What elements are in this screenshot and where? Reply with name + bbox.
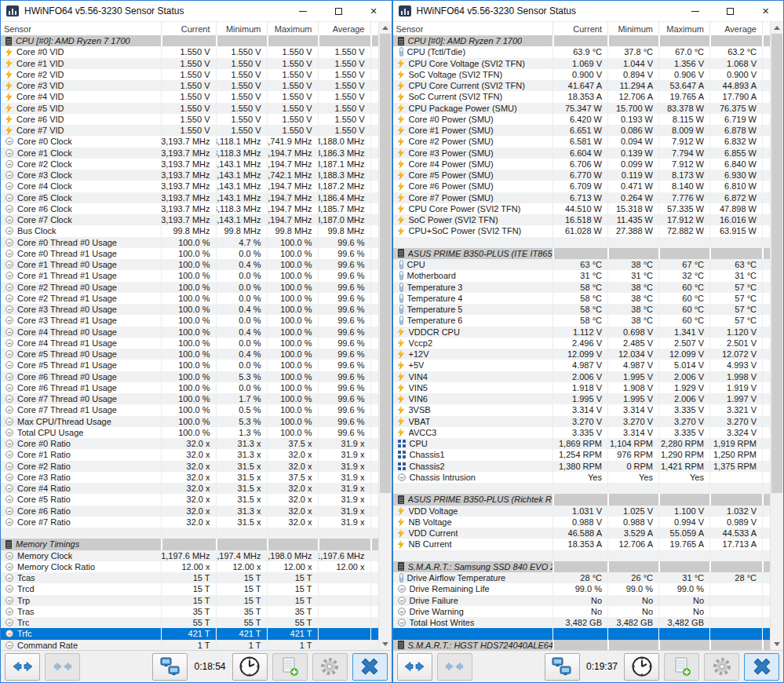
- sensor-row[interactable]: Core #3 Thread #1 Usage100.0 %0.0 %100.0…: [1, 315, 392, 326]
- sensor-row[interactable]: VIN42.006 V1.995 V2.006 V1.998 V: [393, 371, 784, 382]
- sensor-row[interactable]: Core #2 Power (SMU)6.581 W0.094 W7.912 W…: [393, 136, 784, 147]
- sensor-row[interactable]: SoC Power (SVI2 TFN)16.518 W11.435 W17.9…: [393, 214, 784, 225]
- sensor-table[interactable]: CPU [#0]: AMD Ryzen 7 1700CPU (Tctl/Tdie…: [393, 35, 784, 650]
- sensor-row[interactable]: Core #1 Thread #1 Usage100.0 %0.0 %100.0…: [1, 270, 392, 281]
- sensor-row[interactable]: +5V4.987 V4.987 V5.014 V4.993 V: [393, 360, 784, 371]
- sensor-row[interactable]: CPU Core Voltage (SVI2 TFN)1.069 V1.044 …: [393, 58, 784, 69]
- sensor-row[interactable]: Tcas15 T15 T15 T: [1, 572, 392, 583]
- minimize-button[interactable]: [677, 1, 713, 21]
- sensor-row[interactable]: Chassis IntrusionYesYesYes: [393, 472, 784, 483]
- collapse-window-button[interactable]: [45, 653, 80, 681]
- empty-row[interactable]: [393, 550, 784, 561]
- sensor-row[interactable]: Total Host Writes3,482 GB3,482 GB3,482 G…: [393, 617, 784, 628]
- sensor-row[interactable]: Core #4 Thread #0 Usage100.0 %0.4 %100.0…: [1, 327, 392, 338]
- sensor-row[interactable]: Core #6 Ratio32.0 x31.3 x32.0 x31.9 x: [1, 506, 392, 517]
- sensor-row[interactable]: Drive WarningNoNoNo: [393, 606, 784, 617]
- sensor-row[interactable]: CPU Core Power (SVI2 TFN)44.510 W15.318 …: [393, 203, 784, 214]
- close-sensors-button[interactable]: [352, 653, 388, 681]
- close-button[interactable]: ✕: [748, 1, 783, 21]
- sensor-row[interactable]: Core #4 Power (SMU)6.706 W0.099 W7.912 W…: [393, 159, 784, 170]
- sensor-row[interactable]: Core #6 Power (SMU)6.709 W0.471 W8.140 W…: [393, 181, 784, 192]
- empty-row[interactable]: [1, 528, 392, 539]
- sensor-row[interactable]: Core #1 Power (SMU)6.651 W0.086 W8.009 W…: [393, 125, 784, 136]
- sensor-row[interactable]: VIN51.918 V1.908 V1.929 V1.919 V: [393, 382, 784, 393]
- logging-report-button[interactable]: [272, 653, 308, 681]
- sensor-row[interactable]: NB Current18.353 A12.706 A19.765 A17.713…: [393, 539, 784, 550]
- sensor-row[interactable]: Drive Airflow Temperature28 °C26 °C31 °C…: [393, 572, 784, 583]
- titlebar[interactable]: HWiNFO64 v5.56-3230 Sensor Status ✕: [393, 1, 784, 22]
- sensor-row[interactable]: Core #3 Ratio32.0 x31.5 x37.5 x31.9 x: [1, 472, 392, 483]
- vertical-scrollbar[interactable]: [378, 22, 392, 650]
- sensor-row[interactable]: Core #5 Clock3,193.7 MHz3,143.1 MHz3,194…: [1, 192, 392, 203]
- sensor-row[interactable]: Chassis21,380 RPM0 RPM1,421 RPM1,375 RPM: [393, 461, 784, 472]
- sensor-row[interactable]: Core #0 Ratio32.0 x31.3 x37.5 x31.9 x: [1, 438, 392, 449]
- remote-monitoring-button[interactable]: [545, 653, 580, 681]
- sensor-row[interactable]: Core #5 Power (SMU)6.770 W0.119 W8.173 W…: [393, 170, 784, 181]
- clock-button[interactable]: [232, 653, 268, 681]
- minimize-button[interactable]: [286, 1, 321, 21]
- sensor-row[interactable]: Bus Clock99.8 MHz99.8 MHz99.8 MHz99.8 MH…: [1, 225, 392, 236]
- sensor-row[interactable]: Core #2 Thread #1 Usage100.0 %0.0 %100.0…: [1, 293, 392, 304]
- sensor-row[interactable]: Drive FailureNoNoNo: [393, 595, 784, 606]
- sensor-row[interactable]: +12V12.099 V12.034 V12.099 V12.072 V: [393, 349, 784, 360]
- sensor-row[interactable]: Core #4 VID1.550 V1.550 V1.550 V1.550 V: [1, 91, 392, 102]
- sensor-row[interactable]: Core #1 Thread #0 Usage100.0 %0.4 %100.0…: [1, 259, 392, 270]
- sensor-row[interactable]: VDD Current46.588 A3.529 A55.059 A44.533…: [393, 528, 784, 539]
- sensor-row[interactable]: Total CPU Usage100.0 %1.3 %100.0 %99.6 %: [1, 427, 392, 438]
- sensor-row[interactable]: Tras35 T35 T35 T: [1, 606, 392, 617]
- remote-monitoring-button[interactable]: [152, 653, 188, 681]
- sensor-row[interactable]: Trp15 T15 T15 T: [1, 595, 392, 606]
- sensor-row[interactable]: Core #0 Thread #0 Usage100.0 %4.7 %100.0…: [1, 237, 392, 248]
- sensor-row[interactable]: CPU (Tctl/Tdie)63.9 °C37.8 °C67.0 °C63.2…: [393, 46, 784, 57]
- sensor-row[interactable]: Core #5 VID1.550 V1.550 V1.550 V1.550 V: [1, 103, 392, 114]
- section-row[interactable]: ASUS PRIME B350-PLUS (ITE IT8655E): [393, 248, 784, 259]
- clock-button[interactable]: [624, 653, 659, 681]
- sensor-row[interactable]: Core #0 Clock3,193.7 MHz3,118.1 MHz3,741…: [1, 136, 392, 147]
- scroll-up-arrow[interactable]: [379, 22, 392, 34]
- sensor-row[interactable]: Core #7 Thread #0 Usage100.0 %1.7 %100.0…: [1, 393, 392, 404]
- sensor-row[interactable]: Max CPU/Thread Usage100.0 %5.3 %100.0 %9…: [1, 416, 392, 427]
- scroll-down-arrow[interactable]: [379, 638, 392, 650]
- sensor-row[interactable]: Temperature 358 °C38 °C60 °C57 °C: [393, 282, 784, 293]
- sensor-row[interactable]: Core #0 Thread #1 Usage100.0 %0.0 %100.0…: [1, 248, 392, 259]
- sensor-row[interactable]: Core #5 Thread #1 Usage100.0 %0.0 %100.0…: [1, 360, 392, 371]
- empty-row[interactable]: [393, 628, 784, 639]
- sensor-row[interactable]: Core #2 Clock3,193.7 MHz3,143.1 MHz3,194…: [1, 159, 392, 170]
- sensor-row[interactable]: Chassis11,254 RPM976 RPM1,290 RPM1,250 R…: [393, 449, 784, 460]
- vertical-scrollbar[interactable]: [770, 22, 783, 650]
- sensor-row[interactable]: AVCC33.335 V3.314 V3.335 V3.324 V: [393, 427, 784, 438]
- sensor-row[interactable]: NB Voltage0.988 V0.988 V0.994 V0.989 V: [393, 517, 784, 528]
- settings-button[interactable]: [704, 653, 739, 681]
- sensor-row[interactable]: Trcd15 T15 T15 T: [1, 583, 392, 594]
- sensor-row[interactable]: Core #4 Clock3,193.7 MHz3,143.1 MHz3,194…: [1, 181, 392, 192]
- sensor-row[interactable]: Motherboard31 °C31 °C32 °C31 °C: [393, 270, 784, 281]
- sensor-row[interactable]: Core #7 Ratio32.0 x31.5 x32.0 x31.9 x: [1, 517, 392, 528]
- sensor-row[interactable]: 3VSB3.314 V3.314 V3.335 V3.321 V: [393, 404, 784, 415]
- close-sensors-button[interactable]: [744, 653, 779, 681]
- sensor-row[interactable]: VBAT3.270 V3.270 V3.270 V3.270 V: [393, 416, 784, 427]
- sensor-row[interactable]: Core #2 VID1.550 V1.550 V1.550 V1.550 V: [1, 69, 392, 80]
- close-button[interactable]: ✕: [356, 1, 392, 21]
- sensor-row[interactable]: Core #2 Ratio32.0 x31.5 x32.0 x31.9 x: [1, 461, 392, 472]
- sensor-row[interactable]: Command Rate1 T1 T1 T: [1, 640, 392, 651]
- sensor-row[interactable]: Core #5 Ratio32.0 x31.5 x32.0 x31.9 x: [1, 494, 392, 505]
- sensor-row[interactable]: Core #7 Clock3,193.7 MHz3,143.1 MHz3,194…: [1, 214, 392, 225]
- sensor-row[interactable]: Core #1 VID1.550 V1.550 V1.550 V1.550 V: [1, 58, 392, 69]
- sensor-row[interactable]: SoC Voltage (SVI2 TFN)0.900 V0.894 V0.90…: [393, 69, 784, 80]
- section-row[interactable]: S.M.A.R.T.: Samsung SSD 840 EVO 25...: [393, 561, 784, 572]
- sensor-row[interactable]: Core #2 Thread #0 Usage100.0 %0.0 %100.0…: [1, 282, 392, 293]
- section-row[interactable]: CPU [#0]: AMD Ryzen 7 1700: [393, 35, 784, 46]
- maximize-button[interactable]: [713, 1, 748, 21]
- section-row[interactable]: ASUS PRIME B350-PLUS (Richtek RT88...: [393, 494, 784, 505]
- sensor-row[interactable]: VDD Voltage1.031 V1.025 V1.100 V1.032 V: [393, 506, 784, 517]
- section-row[interactable]: CPU [#0]: AMD Ryzen 7 1700: [1, 35, 392, 46]
- sensor-row[interactable]: SoC Current (SVI2 TFN)18.353 A12.706 A19…: [393, 91, 784, 102]
- sensor-row[interactable]: VDDCR CPU1.112 V0.698 V1.341 V1.120 V: [393, 327, 784, 338]
- scrollbar-thumb[interactable]: [380, 34, 391, 493]
- sensor-row[interactable]: Drive Remaining Life99.0 %99.0 %99.0 %: [393, 583, 784, 594]
- section-row[interactable]: Memory Timings: [1, 539, 392, 550]
- scroll-down-arrow[interactable]: [771, 638, 783, 650]
- expand-window-button[interactable]: [397, 653, 432, 681]
- sensor-row[interactable]: Core #3 Clock3,193.7 MHz3,143.1 MHz3,742…: [1, 170, 392, 181]
- sensor-row[interactable]: Core #1 Ratio32.0 x31.3 x32.0 x31.9 x: [1, 449, 392, 460]
